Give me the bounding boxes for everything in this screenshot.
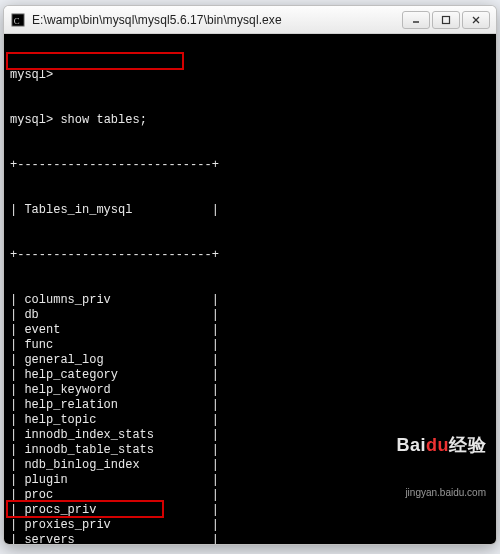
title-bar[interactable]: C E:\wamp\bin\mysql\mysql5.6.17\bin\mysq… xyxy=(4,6,496,34)
table-row: | procs_priv | xyxy=(4,503,496,518)
table-rows: | columns_priv || db || event || func ||… xyxy=(4,293,496,544)
table-row: | help_relation | xyxy=(4,398,496,413)
svg-text:C: C xyxy=(14,15,20,25)
table-row: | help_category | xyxy=(4,368,496,383)
window-controls xyxy=(400,11,490,29)
table-row: | db | xyxy=(4,308,496,323)
table-border: +---------------------------+ xyxy=(4,248,496,263)
table-row: | servers | xyxy=(4,533,496,544)
command-line: mysql> show tables; xyxy=(4,113,496,128)
table-border: +---------------------------+ xyxy=(4,158,496,173)
table-header: | Tables_in_mysql | xyxy=(4,203,496,218)
table-row: | innodb_index_stats | xyxy=(4,428,496,443)
prompt-text: mysql> xyxy=(10,113,53,127)
app-icon: C xyxy=(10,12,26,28)
table-row: | columns_priv | xyxy=(4,293,496,308)
table-row: | event | xyxy=(4,323,496,338)
app-window: C E:\wamp\bin\mysql\mysql5.6.17\bin\mysq… xyxy=(3,5,497,545)
command-text: show tables; xyxy=(60,113,146,127)
table-row: | ndb_binlog_index | xyxy=(4,458,496,473)
prompt-line: mysql> xyxy=(4,68,496,83)
table-row: | general_log | xyxy=(4,353,496,368)
minimize-button[interactable] xyxy=(402,11,430,29)
table-row: | help_topic | xyxy=(4,413,496,428)
table-row: | plugin | xyxy=(4,473,496,488)
table-row: | proxies_priv | xyxy=(4,518,496,533)
table-row: | proc | xyxy=(4,488,496,503)
table-row: | func | xyxy=(4,338,496,353)
table-row: | innodb_table_stats | xyxy=(4,443,496,458)
terminal[interactable]: mysql> mysql> show tables; +------------… xyxy=(4,34,496,544)
window-title: E:\wamp\bin\mysql\mysql5.6.17\bin\mysql.… xyxy=(32,13,394,27)
maximize-button[interactable] xyxy=(432,11,460,29)
svg-rect-3 xyxy=(443,16,450,23)
table-row: | help_keyword | xyxy=(4,383,496,398)
close-button[interactable] xyxy=(462,11,490,29)
